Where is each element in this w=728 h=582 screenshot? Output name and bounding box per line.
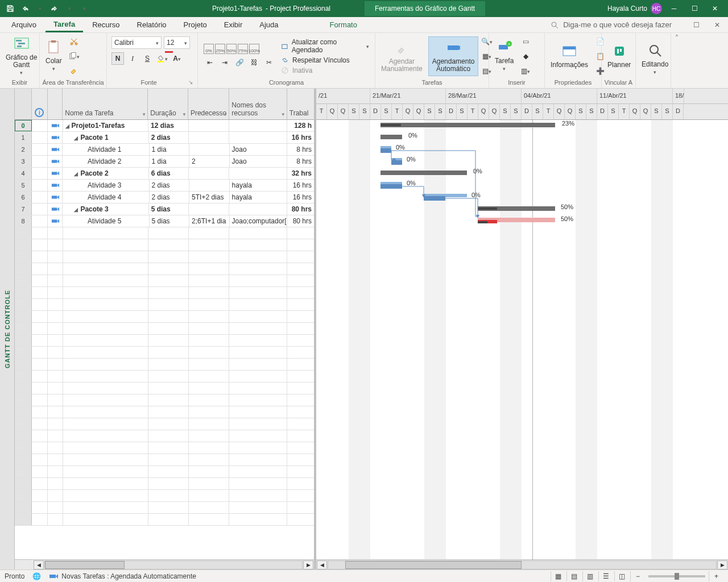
table-row[interactable] <box>15 299 314 311</box>
table-row[interactable] <box>15 442 314 454</box>
cell-resources[interactable]: Joao <box>230 156 287 167</box>
table-row[interactable] <box>15 514 314 526</box>
inactive-button[interactable]: Inativa <box>281 66 369 75</box>
view-gantt-button[interactable]: ▦ <box>551 571 565 581</box>
gantt-bar-2[interactable] <box>380 148 391 153</box>
cell-resources[interactable]: Joao <box>230 144 287 155</box>
cell-work[interactable]: 8 hrs <box>287 144 314 155</box>
mode-cell[interactable] <box>48 192 63 203</box>
close-pane-button[interactable]: ✕ <box>710 20 725 30</box>
undo-dropdown-icon[interactable] <box>34 3 46 14</box>
table-hscrollbar[interactable]: ◀ ▶ <box>15 559 314 569</box>
table-body[interactable]: 0Projeto1-Tarefas12 dias128 h1Pacote 12 … <box>15 120 314 559</box>
table-row[interactable] <box>15 406 314 418</box>
row-header[interactable] <box>15 335 32 346</box>
cell-duration[interactable]: 2 dias <box>150 180 190 191</box>
timescale-header[interactable]: /2121/Mar/2128/Mar/2104/Abr/2111/Abr/211… <box>316 89 728 120</box>
tab-arquivo[interactable]: Arquivo <box>3 18 44 31</box>
font-launcher-icon[interactable]: ↘ <box>188 79 195 85</box>
row-header[interactable] <box>15 442 32 454</box>
cell-predecessor[interactable] <box>189 203 229 215</box>
cell-duration[interactable]: 12 dias <box>148 120 189 131</box>
redo-dropdown-icon[interactable] <box>64 3 75 14</box>
table-row[interactable] <box>15 347 314 359</box>
update-as-scheduled-button[interactable]: Atualizar como Agendado <box>281 38 369 55</box>
mode-cell[interactable] <box>48 180 63 191</box>
cell-work[interactable]: 16 hrs <box>287 132 314 143</box>
mode-cell[interactable] <box>48 215 63 227</box>
user-avatar[interactable]: HC <box>651 3 662 14</box>
mode-cell[interactable] <box>48 168 63 179</box>
row-header[interactable] <box>15 287 32 298</box>
save-icon[interactable] <box>5 3 16 14</box>
copy-button[interactable] <box>68 50 80 63</box>
zoom-in-button[interactable]: + <box>709 571 723 581</box>
row-header[interactable] <box>15 430 32 442</box>
table-row[interactable] <box>15 263 314 275</box>
font-name-select[interactable]: Calibri <box>111 36 162 49</box>
row-header[interactable]: 3 <box>15 156 32 167</box>
close-button[interactable]: ✕ <box>706 1 723 16</box>
cell-predecessor[interactable] <box>189 132 229 143</box>
new-tasks-mode[interactable]: Novas Tarefas : Agendada Automaticamente <box>49 572 196 580</box>
cell-name[interactable]: Atividade 4 <box>63 192 149 203</box>
cell-work[interactable]: 16 hrs <box>287 192 314 203</box>
table-row[interactable] <box>15 430 314 442</box>
tab-ajuda[interactable]: Ajuda <box>251 18 286 31</box>
cell-work[interactable]: 80 hrs <box>287 203 314 215</box>
cell-work[interactable]: 32 hrs <box>287 168 314 179</box>
cell-name[interactable]: Atividade 1 <box>63 144 149 155</box>
col-predecessores[interactable]: Predecesso▼ <box>188 89 229 119</box>
editing-button[interactable]: Editando <box>638 40 672 80</box>
cell-duration[interactable]: 1 dia <box>150 144 190 155</box>
table-row[interactable] <box>15 239 314 251</box>
row-header[interactable] <box>15 418 32 430</box>
tab-tarefa[interactable]: Tarefa <box>46 18 83 32</box>
row-header[interactable] <box>15 383 32 394</box>
tab-exibir[interactable]: Exibir <box>216 18 251 31</box>
cell-predecessor[interactable]: 2 <box>189 156 230 167</box>
table-row[interactable] <box>15 275 314 287</box>
information-button[interactable]: Informações <box>547 36 592 76</box>
unlink-tasks-button[interactable]: ⛓ <box>248 56 260 69</box>
table-row[interactable] <box>15 311 314 323</box>
cell-resources[interactable]: hayala <box>230 180 287 191</box>
row-header[interactable] <box>15 514 32 525</box>
table-row[interactable] <box>15 335 314 347</box>
cell-duration[interactable]: 2 dias <box>149 132 189 143</box>
table-row[interactable] <box>15 383 314 394</box>
col-duracao[interactable]: Duração▼ <box>148 89 188 119</box>
scroll-thumb[interactable] <box>45 561 125 569</box>
restore-ribbon-button[interactable]: ☐ <box>689 20 704 30</box>
row-header[interactable]: 4 <box>15 168 32 179</box>
view-report-button[interactable]: ◫ <box>614 571 629 581</box>
cell-predecessor[interactable] <box>189 180 230 191</box>
cell-work[interactable]: 16 hrs <box>287 180 314 191</box>
undo-icon[interactable] <box>19 3 31 14</box>
cell-name[interactable]: Projeto1-Tarefas <box>63 120 149 131</box>
font-color-button[interactable]: A <box>171 52 183 65</box>
table-row[interactable]: 5Atividade 32 diashayala16 hrs <box>15 180 314 192</box>
qat-customize-icon[interactable] <box>78 3 90 14</box>
table-row[interactable] <box>15 323 314 335</box>
row-header[interactable]: 5 <box>15 180 32 191</box>
scroll-right-icon[interactable]: ▶ <box>303 560 313 569</box>
row-header[interactable] <box>15 239 32 251</box>
cell-predecessor[interactable]: 2;6TI+1 dia <box>189 215 230 227</box>
schedule-auto-button[interactable]: Agendamento Automático <box>428 36 479 76</box>
view-team-planner-button[interactable]: ▥ <box>582 571 597 581</box>
row-header[interactable] <box>15 275 32 286</box>
row-header[interactable]: 7 <box>15 203 32 215</box>
scroll-thumb[interactable] <box>345 561 522 569</box>
row-header[interactable]: 0 <box>15 120 32 131</box>
row-header[interactable] <box>15 323 32 334</box>
tab-formato[interactable]: Formato <box>322 18 365 31</box>
col-trabalho[interactable]: Trabal <box>287 89 314 119</box>
fill-color-button[interactable] <box>156 52 168 65</box>
tab-recurso[interactable]: Recurso <box>84 18 127 31</box>
table-row[interactable] <box>15 287 314 299</box>
gantt-view-button[interactable]: Gráfico de Gantt <box>2 35 40 78</box>
gantt-hscrollbar[interactable]: ◀ ▶ <box>316 559 728 569</box>
row-header[interactable] <box>15 311 32 322</box>
minimize-button[interactable]: ─ <box>665 1 682 16</box>
